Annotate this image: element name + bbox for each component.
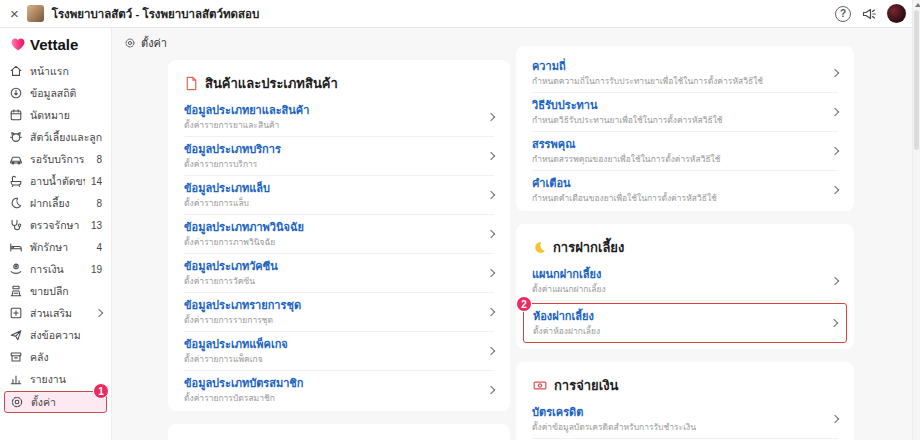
sidebar-item-addons[interactable]: ส่วนเสริม xyxy=(0,302,111,324)
settings-item-vaccine-types[interactable]: ข้อมูลประเภทวัคซีนตั้งค่ารายการวัคซีน xyxy=(184,254,494,293)
settings-item-indications[interactable]: สรรพคุณกำหนดสรรพคุณของยาเพื่อใช้ในการตั้… xyxy=(532,132,838,171)
settings-item-warnings[interactable]: คำเตือนกำหนดคำเตือนของยาเพื่อใช้ในการตั้… xyxy=(532,171,838,209)
sidebar-item-retail[interactable]: ขายปลีก xyxy=(0,280,111,302)
chevron-right-icon xyxy=(831,69,839,77)
chevron-right-icon xyxy=(487,152,495,160)
chevron-right-icon xyxy=(831,186,839,194)
help-icon[interactable]: ? xyxy=(835,6,851,22)
chevron-right-icon xyxy=(487,308,495,316)
chevron-right-icon xyxy=(487,191,495,199)
bed-icon xyxy=(9,240,24,254)
sidebar-item-hospitalization[interactable]: พักรักษา 4 xyxy=(0,236,111,258)
sidebar-item-label: ตรวจรักษา xyxy=(30,217,79,234)
settings-item-imaging-types[interactable]: ข้อมูลประเภทภาพวินิจฉัยตั้งค่ารายการภาพว… xyxy=(184,215,494,254)
item-title: สรรพคุณ xyxy=(532,138,822,151)
item-title: ข้อมูลประเภทแล็บ xyxy=(184,182,478,195)
top-bar: × โรงพยาบาลสัตว์ - โรงพยาบาลสัตว์ทดสอบ ? xyxy=(0,0,920,28)
chevron-right-icon xyxy=(831,415,839,423)
settings-item-frequency[interactable]: ความถี่กำหนดความถี่ในการรับประทานยาเพื่อ… xyxy=(532,51,838,93)
item-subtitle: กำหนดคำเตือนของยาเพื่อใช้ในการตั้งค่ารหั… xyxy=(532,193,822,203)
item-title: ข้อมูลประเภทภาพวินิจฉัย xyxy=(184,221,478,234)
sidebar-item-label: คลัง xyxy=(30,349,49,366)
settings-item-administration-method[interactable]: วิธีรับประทานกำหนดวิธีรับประทานยาเพื่อใช… xyxy=(532,93,838,132)
sidebar-item-label: รายงาน xyxy=(30,371,66,388)
sidebar-item-boarding[interactable]: ฝากเลี้ยง 8 xyxy=(0,192,111,214)
item-subtitle: ตั้งค่าแผนกฝากเลี้ยง xyxy=(532,284,822,294)
sidebar-item-label: สัตว์เลี้ยงและลูกค้า xyxy=(30,129,102,146)
gear-icon xyxy=(10,395,25,409)
settings-item-member-card-types[interactable]: ข้อมูลประเภทบัตรสมาชิกตั้งค่ารายการบัตรส… xyxy=(184,371,494,409)
item-title: คำเตือน xyxy=(532,177,822,190)
settings-item-credit-cards[interactable]: บัตรเครดิตตั้งค่าข้อมูลบัตรเครดิตสำหรับก… xyxy=(532,400,838,439)
close-icon[interactable]: × xyxy=(10,6,19,21)
home-icon xyxy=(9,64,24,78)
item-title: ข้อมูลประเภทรายการชุด xyxy=(184,299,478,312)
gear-icon xyxy=(124,37,136,49)
item-subtitle: ตั้งค่ารายการยาและสินค้า xyxy=(184,120,478,130)
statistics-icon xyxy=(9,86,24,100)
banknote-icon xyxy=(532,378,548,393)
sidebar-item-settings[interactable]: ตั้งค่า 1 xyxy=(4,391,107,413)
item-subtitle: กำหนดความถี่ในการรับประทานยาเพื่อใช้ในกา… xyxy=(532,76,822,86)
item-subtitle: ตั้งค่ารายการรายการชุด xyxy=(184,315,478,325)
app-window: × โรงพยาบาลสัตว์ - โรงพยาบาลสัตว์ทดสอบ ?… xyxy=(0,0,920,440)
sidebar-item-service-queue[interactable]: รอรับบริการ 8 xyxy=(0,148,111,170)
item-subtitle: ตั้งค่ารายการบริการ xyxy=(184,159,478,169)
item-subtitle: ตั้งค่ารายการภาพวินิจฉัย xyxy=(184,237,478,247)
settings-item-lab-types[interactable]: ข้อมูลประเภทแล็บตั้งค่ารายการแล็บ xyxy=(184,176,494,215)
settings-item-service-types[interactable]: ข้อมูลประเภทบริการตั้งค่ารายการบริการ xyxy=(184,137,494,176)
finance-icon xyxy=(9,262,24,276)
settings-column-left: สินค้าและประเภทสินค้า ข้อมูลประเภทยาและส… xyxy=(168,60,510,440)
main-content: ตั้งค่า สินค้าและประเภทสินค้า ข้อมูลประเ… xyxy=(112,28,920,440)
item-subtitle: ตั้งค่าห้องฝากเลี้ยง xyxy=(533,326,821,336)
settings-item-boarding-departments[interactable]: แผนกฝากเลี้ยงตั้งค่าแผนกฝากเลี้ยง xyxy=(532,262,838,301)
settings-item-drug-product-types[interactable]: ข้อมูลประเภทยาและสินค้าตั้งค่ารายการยาแล… xyxy=(184,98,494,137)
sidebar-item-grooming[interactable]: อาบน้ำตัดขน 14 xyxy=(0,170,111,192)
sidebar-item-label: อาบน้ำตัดขน xyxy=(30,173,85,190)
chevron-right-icon xyxy=(831,147,839,155)
sidebar-item-messages[interactable]: ส่งข้อความ xyxy=(0,324,111,346)
announcement-icon[interactable] xyxy=(861,6,877,22)
section-boarding-header: การฝากเลี้ยง xyxy=(532,229,838,262)
item-title: วิธีรับประทาน xyxy=(532,99,822,112)
sidebar-item-pets-customers[interactable]: สัตว์เลี้ยงและลูกค้า xyxy=(0,126,111,148)
plus-square-icon xyxy=(9,306,24,320)
section-payment: การจ่ายเงิน บัตรเครดิตตั้งค่าข้อมูลบัตรเ… xyxy=(516,362,854,440)
sidebar: Vettale หน้าแรก ข้อมูลสถิติ นัดหมาย สัตว… xyxy=(0,28,112,440)
settings-item-bundle-types[interactable]: ข้อมูลประเภทรายการชุดตั้งค่ารายการรายการ… xyxy=(184,293,494,332)
section-products: สินค้าและประเภทสินค้า ข้อมูลประเภทยาและส… xyxy=(168,60,510,411)
sidebar-item-count: 4 xyxy=(96,242,102,253)
sidebar-item-count: 8 xyxy=(96,198,102,209)
chevron-right-icon xyxy=(487,113,495,121)
user-avatar[interactable] xyxy=(887,4,906,23)
sidebar-item-appointments[interactable]: นัดหมาย xyxy=(0,104,111,126)
section-title: การฝากเลี้ยง xyxy=(553,237,624,258)
clinic-avatar xyxy=(27,5,44,22)
document-icon xyxy=(184,76,199,91)
section-hospitalization: การพักรักษา หอพักรักษาตั้งค่าหอฝากรักษา xyxy=(168,424,510,440)
sidebar-item-label: ข้อมูลสถิติ xyxy=(30,85,76,102)
scrollbar-thumb[interactable] xyxy=(914,10,919,150)
sidebar-item-finance[interactable]: การเงิน 19 xyxy=(0,258,111,280)
section-products-header: สินค้าและประเภทสินค้า xyxy=(184,65,494,98)
sidebar-item-home[interactable]: หน้าแรก xyxy=(0,60,111,82)
sidebar-item-count: 14 xyxy=(91,176,102,187)
brand: Vettale xyxy=(0,33,111,60)
vertical-scrollbar[interactable] xyxy=(912,0,920,440)
sidebar-item-examination[interactable]: ตรวจรักษา 13 xyxy=(0,214,111,236)
section-title: การจ่ายเงิน xyxy=(554,375,618,396)
sidebar-item-count: 13 xyxy=(91,220,102,231)
sidebar-item-count: 19 xyxy=(91,264,102,275)
section-boarding: การฝากเลี้ยง แผนกฝากเลี้ยงตั้งค่าแผนกฝาก… xyxy=(516,224,854,349)
sidebar-item-statistics[interactable]: ข้อมูลสถิติ xyxy=(0,82,111,104)
settings-item-package-types[interactable]: ข้อมูลประเภทแพ็คเกจตั้งค่ารายการแพ็คเกจ xyxy=(184,332,494,371)
sidebar-item-label: ขายปลีก xyxy=(30,283,69,300)
settings-item-boarding-rooms[interactable]: ห้องฝากเลี้ยงตั้งค่าห้องฝากเลี้ยง xyxy=(533,304,837,342)
scrollbar-up-arrow-icon[interactable] xyxy=(915,3,920,7)
sidebar-item-label: พักรักษา xyxy=(30,239,68,256)
sidebar-item-label: ส่งข้อความ xyxy=(30,327,81,344)
sidebar-item-inventory[interactable]: คลัง xyxy=(0,346,111,368)
sidebar-item-label: รอรับบริการ xyxy=(30,151,84,168)
annotation-step-1: 1 xyxy=(93,383,109,399)
stethoscope-icon xyxy=(9,218,24,232)
